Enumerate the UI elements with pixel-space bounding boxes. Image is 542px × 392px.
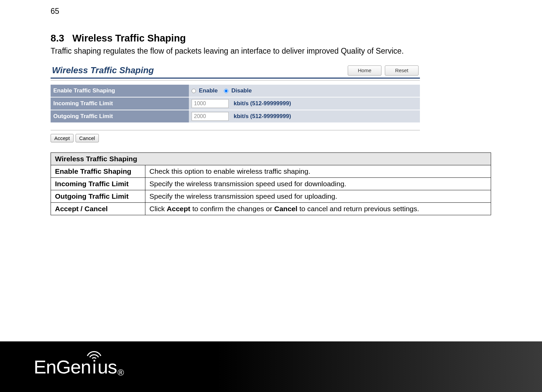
incoming-label: Incoming Traffic Limit <box>51 97 189 110</box>
logo-part1: EnGen <box>34 356 91 378</box>
enable-radio-disable-label[interactable]: Disable <box>224 87 252 94</box>
engenius-logo: EnGen i us® <box>34 356 124 378</box>
desc-row-1-label: Incoming Traffic Limit <box>51 178 145 190</box>
accept-button[interactable]: Accept <box>51 134 74 142</box>
row-outgoing-limit: Outgoing Traffic Limit kbit/s (512-99999… <box>51 110 420 123</box>
section-intro: Traffic shaping regulates the flow of pa… <box>51 47 491 56</box>
reset-button[interactable]: Reset <box>385 65 419 76</box>
divider <box>51 130 420 131</box>
logo-i-wrap: i <box>91 356 97 378</box>
outgoing-unit: kbit/s (512-99999999) <box>234 113 291 119</box>
enable-radio-enable-label[interactable]: Enable <box>192 87 219 94</box>
table-row: Outgoing Traffic Limit Specify the wirel… <box>51 190 491 203</box>
wifi-icon <box>86 346 103 359</box>
enable-radio-enable[interactable] <box>192 89 196 93</box>
row-incoming-limit: Incoming Traffic Limit kbit/s (512-99999… <box>51 97 420 110</box>
outgoing-input[interactable] <box>192 112 229 121</box>
table-row: Enable Traffic Shaping Check this option… <box>51 165 491 178</box>
section-number: 8.3 <box>51 33 64 44</box>
desc-row-3-label: Accept / Cancel <box>51 203 145 215</box>
section-heading: 8.3 Wireless Traffic Shaping <box>51 33 491 44</box>
table-row: Accept / Cancel Click Accept to confirm … <box>51 203 491 215</box>
page-number: 65 <box>51 7 491 16</box>
outgoing-label: Outgoing Traffic Limit <box>51 110 189 123</box>
footer: EnGen i us® <box>0 341 542 392</box>
row-enable-traffic-shaping: Enable Traffic Shaping Enable Disable <box>51 85 420 97</box>
table-header-row: Wireless Traffic Shaping <box>51 153 491 165</box>
divider <box>51 80 420 81</box>
action-buttons: Accept Cancel <box>51 134 420 142</box>
enable-radio-group: Enable Disable <box>192 87 256 94</box>
enable-option-on-text: Enable <box>199 87 218 94</box>
table-row: Incoming Traffic Limit Specify the wirel… <box>51 178 491 190</box>
desc-row-3-value-span: Click Accept to confirm the changes or C… <box>149 205 419 213</box>
enable-label: Enable Traffic Shaping <box>51 85 189 97</box>
logo-i: i <box>92 356 96 377</box>
enable-radio-disable[interactable] <box>224 89 228 93</box>
panel-header: Wireless Traffic Shaping Home Reset <box>51 63 420 79</box>
settings-table: Enable Traffic Shaping Enable Disable <box>51 85 420 123</box>
enable-option-off-text: Disable <box>231 87 252 94</box>
panel-nav-buttons: Home Reset <box>348 65 419 76</box>
desc-row-0-label: Enable Traffic Shaping <box>51 165 145 178</box>
incoming-input[interactable] <box>192 99 229 108</box>
section-title: Wireless Traffic Shaping <box>73 33 186 44</box>
desc-row-2-label: Outgoing Traffic Limit <box>51 190 145 203</box>
logo-part2: us <box>97 356 117 378</box>
incoming-unit: kbit/s (512-99999999) <box>234 100 291 107</box>
desc-row-3-value: Click Accept to confirm the changes or C… <box>145 203 491 215</box>
description-table: Wireless Traffic Shaping Enable Traffic … <box>51 152 491 215</box>
desc-row-1-value: Specify the wireless transmission speed … <box>145 178 491 190</box>
logo-registered-icon: ® <box>118 367 124 378</box>
desc-row-2-value: Specify the wireless transmission speed … <box>145 190 491 203</box>
home-button[interactable]: Home <box>348 65 381 76</box>
cancel-button[interactable]: Cancel <box>76 134 99 142</box>
panel-title: Wireless Traffic Shaping <box>52 65 154 76</box>
settings-panel: Wireless Traffic Shaping Home Reset Enab… <box>51 63 420 142</box>
desc-table-header: Wireless Traffic Shaping <box>51 153 491 165</box>
desc-row-0-value: Check this option to enable wireless tra… <box>145 165 491 178</box>
